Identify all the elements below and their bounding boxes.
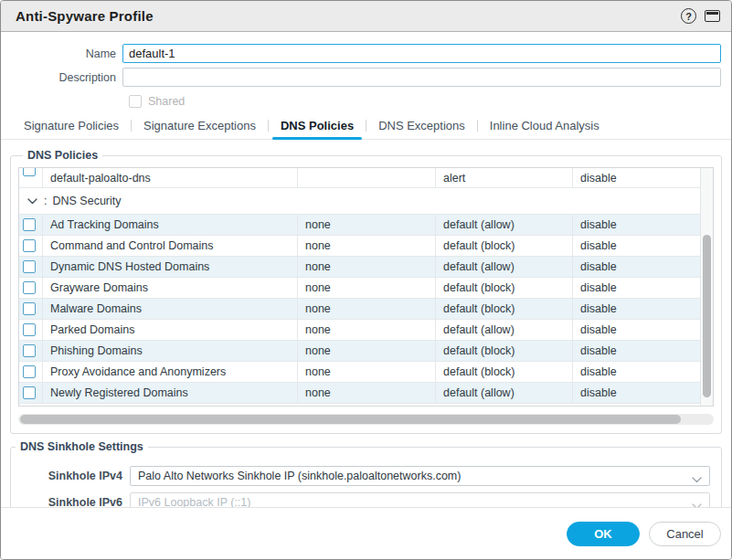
name-input[interactable] xyxy=(122,44,721,63)
row-policy-action[interactable]: default (block) xyxy=(436,236,573,256)
row-log-severity[interactable]: none xyxy=(298,362,436,382)
row-packet-capture[interactable]: disable xyxy=(573,299,700,319)
row-log-severity[interactable] xyxy=(298,168,436,187)
sinkhole-ipv4-row: Sinkhole IPv4 Palo Alto Networks Sinkhol… xyxy=(11,466,710,486)
row-name: Phishing Domains xyxy=(43,341,298,361)
dns-policies-legend: DNS Policies xyxy=(23,149,102,162)
window-icon[interactable] xyxy=(705,10,720,22)
row-packet-capture[interactable]: disable xyxy=(573,383,700,403)
dns-sinkhole-legend: DNS Sinkhole Settings xyxy=(16,440,148,453)
horizontal-scrollbar[interactable] xyxy=(18,414,714,425)
tab-signature-exceptions[interactable]: Signature Exceptions xyxy=(135,115,264,139)
tab-dns-exceptions[interactable]: DNS Exceptions xyxy=(370,115,473,139)
row-name: Dynamic DNS Hosted Domains xyxy=(43,257,298,277)
row-checkbox[interactable] xyxy=(23,365,36,378)
table-row[interactable]: Malware Domains none default (block) dis… xyxy=(19,299,700,320)
dialog-title: Anti-Spyware Profile xyxy=(16,8,681,24)
vertical-scrollbar[interactable] xyxy=(700,168,713,406)
row-checkbox[interactable] xyxy=(23,386,36,399)
row-packet-capture[interactable]: disable xyxy=(573,257,700,277)
dialog-titlebar: Anti-Spyware Profile ? xyxy=(1,1,731,32)
row-packet-capture[interactable]: disable xyxy=(573,278,700,298)
tab-separator xyxy=(366,120,366,132)
row-log-severity[interactable]: none xyxy=(298,320,436,340)
row-packet-capture[interactable]: disable xyxy=(573,341,700,361)
row-packet-capture[interactable]: disable xyxy=(573,236,700,256)
row-policy-action[interactable]: default (allow) xyxy=(436,383,573,403)
sinkhole-ipv4-label: Sinkhole IPv4 xyxy=(11,470,130,482)
dns-policies-section: DNS Policies default-paloalto-dns alert … xyxy=(10,149,722,434)
row-checkbox[interactable] xyxy=(23,218,36,231)
row-log-severity[interactable]: none xyxy=(298,299,436,319)
shared-label: Shared xyxy=(148,95,185,108)
row-checkbox[interactable] xyxy=(23,344,36,357)
table-row[interactable]: Newly Registered Domains none default (a… xyxy=(19,383,700,404)
tab-separator xyxy=(131,120,132,132)
row-policy-action[interactable]: default (block) xyxy=(436,299,573,319)
name-row: Name xyxy=(1,44,721,63)
group-label: DNS Security xyxy=(52,195,121,207)
table-rows: default-paloalto-dns alert disable : DNS… xyxy=(19,168,700,406)
row-checkbox[interactable] xyxy=(23,302,36,315)
table-row[interactable]: Dynamic DNS Hosted Domains none default … xyxy=(19,257,700,278)
table-row[interactable]: default-paloalto-dns alert disable xyxy=(19,168,700,188)
row-packet-capture[interactable]: disable xyxy=(573,215,700,235)
row-log-severity[interactable]: none xyxy=(298,215,436,235)
row-log-severity[interactable]: none xyxy=(298,257,436,277)
table-row[interactable]: Ad Tracking Domains none default (allow)… xyxy=(19,215,700,236)
window-icon-bar xyxy=(706,12,718,15)
row-checkbox[interactable] xyxy=(23,239,36,252)
row-log-severity[interactable]: none xyxy=(298,278,436,298)
row-log-severity[interactable]: none xyxy=(298,341,436,361)
dialog-footer: OK Cancel xyxy=(1,507,731,559)
sinkhole-ipv4-select[interactable]: Palo Alto Networks Sinkhole IP (sinkhole… xyxy=(130,466,710,486)
vertical-scrollbar-thumb[interactable] xyxy=(703,235,711,397)
row-packet-capture[interactable]: disable xyxy=(573,320,700,340)
tab-signature-policies[interactable]: Signature Policies xyxy=(16,115,127,139)
row-policy-action[interactable]: alert xyxy=(436,168,573,187)
row-policy-action[interactable]: default (allow) xyxy=(436,320,573,340)
dns-policies-table: default-paloalto-dns alert disable : DNS… xyxy=(18,167,714,407)
row-log-severity[interactable]: none xyxy=(298,383,436,403)
tab-separator xyxy=(268,120,269,132)
row-name: default-paloalto-dns xyxy=(43,168,298,187)
chevron-down-icon[interactable] xyxy=(27,198,37,205)
row-packet-capture[interactable]: disable xyxy=(573,362,700,382)
row-policy-action[interactable]: default (allow) xyxy=(436,215,573,235)
table-row[interactable]: Phishing Domains none default (block) di… xyxy=(19,341,700,362)
ok-button[interactable]: OK xyxy=(567,522,640,546)
table-row[interactable]: Proxy Avoidance and Anonymizers none def… xyxy=(19,362,700,383)
row-checkbox[interactable] xyxy=(23,168,36,176)
dns-security-group-row[interactable]: : DNS Security xyxy=(19,188,700,215)
row-policy-action[interactable]: default (block) xyxy=(436,362,573,382)
row-log-severity[interactable]: none xyxy=(298,236,436,256)
group-prefix: : xyxy=(44,195,47,207)
table-row[interactable]: Command and Control Domains none default… xyxy=(19,236,700,257)
row-name: Newly Registered Domains xyxy=(43,383,298,403)
row-name: Malware Domains xyxy=(43,299,298,319)
shared-checkbox xyxy=(129,95,142,108)
tab-bar: Signature Policies Signature Exceptions … xyxy=(1,115,731,140)
tab-separator xyxy=(477,120,478,132)
description-label: Description xyxy=(1,71,122,84)
tab-dns-policies[interactable]: DNS Policies xyxy=(272,115,362,139)
cancel-button[interactable]: Cancel xyxy=(649,522,721,546)
row-policy-action[interactable]: default (allow) xyxy=(436,257,573,277)
tab-inline-cloud-analysis[interactable]: Inline Cloud Analysis xyxy=(482,115,608,139)
sinkhole-ipv4-value: Palo Alto Networks Sinkhole IP (sinkhole… xyxy=(138,470,461,482)
help-icon[interactable]: ? xyxy=(681,8,696,24)
row-checkbox[interactable] xyxy=(23,281,36,294)
horizontal-scrollbar-thumb[interactable] xyxy=(20,415,681,424)
table-row[interactable]: Parked Domains none default (allow) disa… xyxy=(19,320,700,341)
description-row: Description xyxy=(1,68,721,87)
description-input[interactable] xyxy=(122,68,721,87)
row-checkbox[interactable] xyxy=(23,260,36,273)
name-label: Name xyxy=(1,48,122,60)
row-policy-action[interactable]: default (block) xyxy=(436,341,573,361)
chevron-down-icon xyxy=(692,473,702,486)
titlebar-icons: ? xyxy=(681,8,720,24)
table-row[interactable]: Grayware Domains none default (block) di… xyxy=(19,278,700,299)
row-checkbox[interactable] xyxy=(23,323,36,336)
row-packet-capture[interactable]: disable xyxy=(573,168,700,187)
row-policy-action[interactable]: default (block) xyxy=(436,278,573,298)
